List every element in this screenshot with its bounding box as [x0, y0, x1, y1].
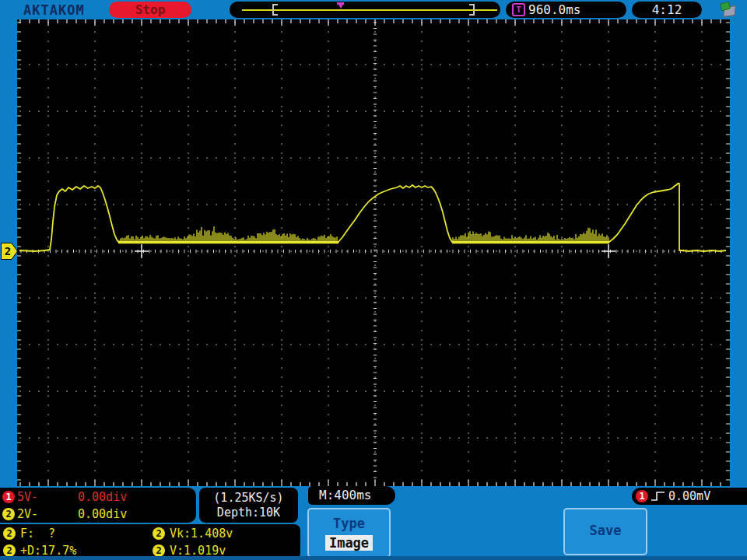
waveform-display — [17, 19, 730, 486]
horizontal-position-indicator — [230, 2, 500, 18]
channel1-scale: 5V- — [17, 490, 38, 504]
measurements-panel: 2 F: ? 2 Vk:1.408v 2 +D:17.7% 2 V:1.019v — [0, 524, 300, 559]
channel2-row: 2 2V- 0.00div — [0, 506, 196, 523]
brand-logo: AKTAKOM — [23, 2, 85, 18]
trigger-level-value: 0.00mV — [668, 489, 710, 503]
meas-vk-channel-badge: 2 — [153, 527, 165, 540]
window-left-bracket-icon — [272, 4, 278, 16]
graticule-and-trace — [17, 19, 730, 486]
channel-settings-panel: 1 5V- 0.00div 2 2V- 0.00div — [0, 488, 196, 523]
channel2-badge: 2 — [2, 508, 15, 520]
meas-v-channel-badge: 2 — [153, 544, 165, 557]
window-right-bracket-icon — [469, 4, 475, 16]
type-label: Type — [309, 516, 389, 531]
acquisition-info-panel: (1.25KS/s) Depth:10K — [199, 488, 298, 523]
trigger-time-value: 960.0ms — [528, 2, 580, 17]
type-selected-value[interactable]: Image — [325, 535, 373, 551]
channel2-position-marker: 2 — [1, 243, 18, 260]
sample-rate: (1.25KS/s) — [213, 491, 283, 505]
bottom-edge-strip — [0, 556, 747, 560]
memory-depth: Depth:10K — [217, 506, 280, 520]
type-menu-button[interactable]: Type Image — [307, 508, 391, 558]
top-status-bar: AKTAKOM Stop T 960.0ms 4:12 — [0, 0, 747, 19]
meas-frequency: F: ? — [20, 527, 55, 541]
memory-bar — [242, 9, 497, 11]
clock: 4:12 — [632, 2, 702, 18]
channel2-scale: 2V- — [17, 507, 38, 521]
acquisition-status-badge: Stop — [109, 2, 191, 18]
usb-drive-icon — [720, 2, 737, 17]
channel1-badge: 1 — [2, 491, 15, 503]
trigger-channel-badge: 1 — [636, 490, 648, 502]
oscilloscope-screen: AKTAKOM Stop T 960.0ms 4:12 2 1 5V- — [0, 0, 747, 560]
meas-freq-channel-badge: 2 — [3, 527, 16, 540]
channel1-row: 1 5V- 0.00div — [0, 488, 196, 506]
trigger-settings-readout: 1 0.00mV — [632, 488, 747, 505]
meas-duty-channel-badge: 2 — [3, 544, 16, 557]
rising-edge-icon — [651, 490, 666, 502]
trigger-time-readout: T 960.0ms — [506, 2, 626, 18]
trigger-position-icon — [337, 2, 344, 9]
channel1-position: 0.00div — [78, 490, 127, 504]
trigger-t-icon: T — [512, 3, 525, 16]
save-button[interactable]: Save — [563, 508, 647, 555]
channel2-position: 0.00div — [78, 507, 127, 521]
meas-vk: Vk:1.408v — [170, 527, 233, 541]
timebase-readout: M:400ms — [308, 486, 395, 505]
